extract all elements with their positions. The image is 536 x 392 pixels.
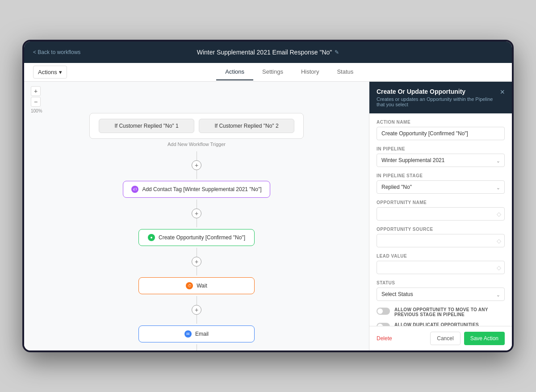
- zoom-in-button[interactable]: +: [31, 86, 41, 96]
- zoom-controls: + − 100%: [31, 86, 42, 113]
- add-trigger-link[interactable]: Add New Workflow Trigger: [168, 139, 226, 150]
- trigger-2[interactable]: If Customer Replied "No" 2: [199, 119, 294, 133]
- opportunity-source-input-wrapper: [377, 234, 505, 247]
- connector-line-3: [197, 200, 197, 209]
- app-window: < Back to workflows Winter Supplemental …: [24, 42, 512, 350]
- opportunity-name-label: OPPORTUNITY NAME: [377, 200, 505, 205]
- tab-bar: Actions ▾ Actions Settings History Statu…: [24, 63, 512, 82]
- tabs: Actions Settings History Status: [216, 64, 362, 80]
- field-opportunity-source: OPPORTUNITY SOURCE: [377, 227, 505, 247]
- lead-value-label: LEAD VALUE: [377, 254, 505, 259]
- panel-close-button[interactable]: ×: [500, 88, 505, 96]
- opportunity-source-label: OPPORTUNITY SOURCE: [377, 227, 505, 232]
- status-select[interactable]: Select Status Open Won Lost Abandoned: [377, 288, 505, 301]
- lead-value-input-wrapper: [377, 261, 505, 274]
- status-select-wrapper: Select Status Open Won Lost Abandoned: [377, 288, 505, 301]
- wait-node-icon: ⏱: [186, 282, 193, 289]
- tab-status[interactable]: Status: [328, 64, 362, 80]
- lead-value-input[interactable]: [377, 261, 505, 274]
- panel-title: Create Or Update Opportunity: [377, 88, 500, 95]
- top-bar: < Back to workflows Winter Supplemental …: [24, 42, 512, 63]
- in-pipeline-label: IN PIPELINE: [377, 146, 505, 151]
- connector-line-5: [197, 248, 197, 257]
- tag-node-icon: 🏷: [131, 186, 138, 193]
- connector-line-4: [197, 218, 197, 227]
- zoom-level: 100%: [31, 108, 42, 113]
- opportunity-source-input[interactable]: [377, 234, 505, 247]
- add-node-btn-2[interactable]: +: [192, 209, 201, 218]
- tab-actions[interactable]: Actions: [216, 64, 253, 80]
- panel-subtitle: Creates or updates an Opportunity within…: [377, 96, 500, 107]
- add-node-btn-4[interactable]: +: [192, 305, 201, 315]
- connector-2: +: [192, 200, 201, 227]
- connector-line-9: [197, 344, 197, 350]
- email-node-icon: ✉: [184, 330, 192, 338]
- workflow-diagram: If Customer Replied "No" 1 If Customer R…: [33, 104, 360, 350]
- trigger-box: If Customer Replied "No" 1 If Customer R…: [89, 113, 304, 139]
- workflow-canvas[interactable]: + − 100% If Customer Replied "No" 1 If C…: [24, 82, 369, 350]
- action-name-input[interactable]: [377, 127, 505, 140]
- tab-history[interactable]: History: [292, 64, 328, 80]
- device-frame: < Back to workflows Winter Supplemental …: [22, 40, 514, 352]
- field-lead-value: LEAD VALUE: [377, 254, 505, 274]
- connector-3: +: [192, 248, 201, 275]
- connector-line-7: [197, 296, 197, 305]
- panel-body: ACTION NAME IN PIPELINE Winter Supplemen…: [369, 113, 512, 326]
- field-status: STATUS Select Status Open Won Lost Aband…: [377, 280, 505, 301]
- action-name-label: ACTION NAME: [377, 120, 505, 125]
- right-panel: Create Or Update Opportunity Creates or …: [369, 82, 512, 350]
- opportunity-name-input[interactable]: [377, 207, 505, 221]
- workflow-title: Winter Supplemental 2021 Email Response …: [197, 49, 339, 56]
- tab-settings[interactable]: Settings: [253, 64, 292, 80]
- connector-line-6: [197, 267, 197, 275]
- action-node-email[interactable]: ✉ Email: [138, 325, 255, 342]
- field-opportunity-name: OPPORTUNITY NAME: [377, 200, 505, 221]
- main-content: + − 100% If Customer Replied "No" 1 If C…: [24, 82, 512, 350]
- action-node-wait[interactable]: ⏱ Wait: [138, 277, 255, 294]
- field-pipeline-stage: IN PIPELINE STAGE Replied "No": [377, 173, 505, 194]
- connector-1: +: [192, 151, 201, 179]
- cancel-button[interactable]: Cancel: [430, 332, 460, 345]
- connector-line: [197, 151, 197, 160]
- connector-4: +: [192, 296, 201, 324]
- pipeline-stage-label: IN PIPELINE STAGE: [377, 173, 505, 178]
- actions-dropdown[interactable]: Actions ▾: [33, 66, 67, 79]
- connector-line-2: [197, 170, 197, 179]
- add-node-btn-1[interactable]: +: [192, 160, 201, 170]
- pipeline-stage-select-wrapper: Replied "No": [377, 180, 505, 194]
- trigger-1[interactable]: If Customer Replied "No" 1: [99, 119, 194, 133]
- action-node-opportunity[interactable]: ● Create Opportunity [Confirmed "No"]: [138, 229, 255, 246]
- allow-move-toggle[interactable]: [377, 308, 390, 315]
- toggle-row-1: ALLOW OPPORTUNITY TO MOVE TO ANY PREVIOU…: [377, 307, 505, 317]
- opportunity-node-icon: ●: [148, 234, 155, 241]
- allow-move-label: ALLOW OPPORTUNITY TO MOVE TO ANY PREVIOU…: [394, 307, 505, 317]
- back-to-workflows-link[interactable]: < Back to workflows: [33, 49, 80, 55]
- connector-line-8: [197, 315, 197, 324]
- pipeline-stage-select[interactable]: Replied "No": [377, 180, 505, 194]
- field-action-name: ACTION NAME: [377, 120, 505, 140]
- save-action-button[interactable]: Save Action: [464, 332, 505, 345]
- connector-5: +: [192, 344, 201, 350]
- field-in-pipeline: IN PIPELINE Winter Supplemental 2021: [377, 146, 505, 167]
- in-pipeline-select-wrapper: Winter Supplemental 2021: [377, 154, 505, 167]
- toggle-row-2: ALLOW DUPLICATE OPPORTUNITIES: [377, 322, 505, 326]
- status-label: STATUS: [377, 280, 505, 285]
- in-pipeline-select[interactable]: Winter Supplemental 2021: [377, 154, 505, 167]
- panel-header: Create Or Update Opportunity Creates or …: [369, 82, 512, 113]
- action-node-tag[interactable]: 🏷 Add Contact Tag [Winter Supplemental 2…: [123, 181, 270, 198]
- allow-duplicate-toggle[interactable]: [377, 323, 390, 326]
- delete-button[interactable]: Delete: [377, 335, 392, 342]
- add-node-btn-3[interactable]: +: [192, 257, 201, 267]
- zoom-out-button[interactable]: −: [31, 97, 41, 107]
- panel-footer: Delete Cancel Save Action: [369, 326, 512, 350]
- edit-workflow-title-icon[interactable]: ✎: [335, 49, 339, 55]
- footer-actions: Cancel Save Action: [430, 332, 505, 345]
- allow-duplicate-label: ALLOW DUPLICATE OPPORTUNITIES: [394, 322, 479, 326]
- opportunity-name-input-wrapper: [377, 207, 505, 221]
